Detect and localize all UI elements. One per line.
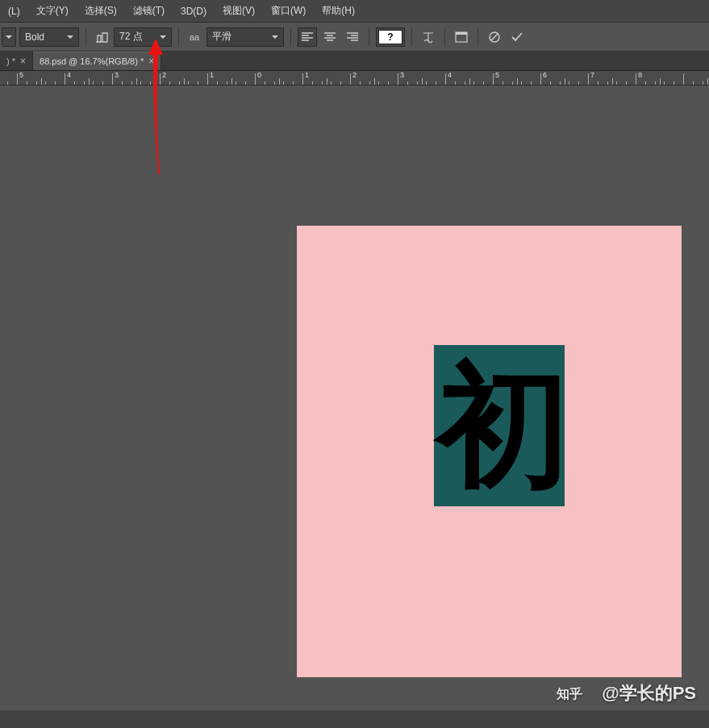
ruler-row: 654321012345678 (0, 71, 709, 85)
separator (369, 27, 369, 47)
menu-item-window[interactable]: 窗口(W) (263, 2, 314, 19)
align-center-icon (323, 31, 336, 43)
menu-item-filter[interactable]: 滤镜(T) (125, 2, 173, 19)
checkmark-icon (511, 31, 523, 44)
text-layer-content: 初 (436, 360, 563, 493)
font-family-caret[interactable] (2, 27, 16, 47)
svg-rect-1 (456, 32, 467, 35)
aa-abbrev: aa (190, 32, 199, 42)
document-tab-bar: ) * × 88.psd @ 16.7%(RGB/8) * × (0, 52, 709, 71)
separator (85, 27, 86, 47)
cancel-icon (488, 31, 501, 44)
chevron-down-icon (272, 34, 278, 40)
ruler-number: 8 (638, 71, 642, 79)
separator (178, 27, 179, 47)
separator (478, 27, 478, 47)
text-color-button[interactable]: ? (376, 27, 405, 47)
font-size-value: 72 点 (119, 30, 143, 44)
chevron-down-icon (160, 34, 166, 40)
bottom-strip (0, 710, 709, 728)
warp-text-button[interactable] (419, 27, 438, 47)
ruler-number: 2 (352, 71, 357, 79)
menu-item-help[interactable]: 帮助(H) (314, 2, 363, 19)
text-layer[interactable]: 初 (434, 345, 565, 506)
ruler-number: 4 (448, 71, 452, 79)
align-right-icon (346, 31, 359, 43)
menu-item-layer[interactable]: (L) (0, 4, 28, 19)
antialias-label: aa (186, 27, 203, 47)
antialias-dropdown[interactable]: 平滑 (206, 27, 284, 47)
separator (411, 27, 412, 47)
menu-bar: (L) 文字(Y) 选择(S) 滤镜(T) 3D(D) 视图(V) 窗口(W) … (0, 0, 709, 23)
workspace[interactable]: 初 (0, 85, 709, 710)
close-tab-icon[interactable]: × (20, 56, 26, 66)
character-panel-button[interactable] (452, 27, 471, 47)
ruler-number: 1 (305, 71, 309, 79)
chevron-down-icon (6, 34, 12, 40)
type-options-bar: Bold 72 点 aa 平滑 ? (0, 23, 709, 52)
antialias-value: 平滑 (212, 30, 231, 44)
ruler-number: 2 (162, 71, 166, 79)
ruler-number: 0 (257, 71, 261, 79)
ruler-number: 3 (115, 71, 119, 79)
document-tab-label: ) * (6, 56, 15, 66)
ruler-number: 5 (495, 71, 499, 79)
document-canvas[interactable]: 初 (297, 226, 682, 677)
horizontal-ruler[interactable]: 654321012345678 (0, 71, 709, 85)
align-center-button[interactable] (320, 27, 340, 47)
document-tab-label: 88.psd @ 16.7%(RGB/8) * (40, 56, 144, 66)
ruler-number: 7 (590, 71, 594, 79)
warp-text-icon (421, 31, 436, 44)
font-weight-dropdown[interactable]: Bold (19, 27, 79, 47)
align-left-icon (301, 31, 314, 43)
menu-item-view[interactable]: 视图(V) (215, 2, 263, 19)
separator (290, 27, 291, 47)
align-left-button[interactable] (298, 27, 317, 47)
ruler-number: 1 (210, 71, 214, 79)
text-color-swatch: ? (378, 30, 402, 44)
ruler-number: 4 (67, 71, 71, 79)
document-tab[interactable]: ) * × (0, 52, 33, 70)
ruler-number: 3 (400, 71, 404, 79)
menu-item-type[interactable]: 文字(Y) (28, 2, 77, 19)
chevron-down-icon (67, 34, 73, 40)
align-right-button[interactable] (343, 27, 362, 47)
font-weight-value: Bold (25, 31, 44, 43)
svg-line-3 (491, 34, 498, 40)
menu-item-3d[interactable]: 3D(D) (173, 4, 215, 19)
font-size-icon (93, 27, 111, 47)
cancel-edit-button[interactable] (485, 27, 504, 47)
document-tab-active[interactable]: 88.psd @ 16.7%(RGB/8) * × (33, 52, 161, 70)
font-size-dropdown[interactable]: 72 点 (114, 27, 172, 47)
color-swatch-text: ? (387, 31, 393, 43)
commit-edit-button[interactable] (507, 27, 527, 47)
close-tab-icon[interactable]: × (148, 56, 154, 66)
ruler-number: 6 (543, 71, 547, 79)
panel-icon (454, 31, 469, 44)
ruler-number: 5 (19, 71, 23, 79)
separator (444, 27, 445, 47)
menu-item-select[interactable]: 选择(S) (77, 2, 125, 19)
